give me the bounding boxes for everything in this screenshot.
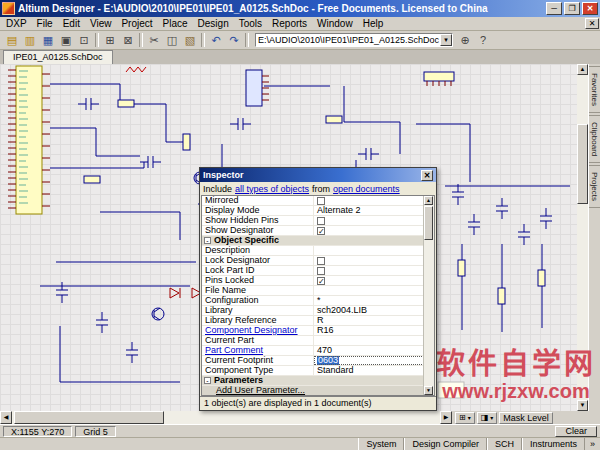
highlight-dropdown-button[interactable]: ◨▾ <box>477 412 498 424</box>
print-preview-icon[interactable]: ⊡ <box>75 32 93 48</box>
mask-level-button[interactable]: Mask Level <box>499 412 553 424</box>
inspector-row-file-name[interactable]: File Name <box>202 286 424 296</box>
inspector-scroll-thumb[interactable] <box>424 206 433 240</box>
row-value[interactable]: 470 <box>314 346 424 355</box>
panel-button-system[interactable]: System <box>358 438 404 450</box>
row-value[interactable] <box>314 266 424 275</box>
checkbox-unchecked-icon[interactable] <box>317 217 325 225</box>
inspector-close-icon[interactable]: ✕ <box>421 170 433 181</box>
side-tab-clipboard[interactable]: Clipboard <box>589 115 600 163</box>
inspector-row-configuration[interactable]: Configuration* <box>202 296 424 306</box>
menu-item-view[interactable]: View <box>85 17 117 30</box>
undo-icon[interactable]: ↶ <box>207 32 225 48</box>
inspector-row-display-mode[interactable]: Display ModeAlternate 2 <box>202 206 424 216</box>
zoom-window-icon[interactable]: ⊞ <box>101 32 119 48</box>
zoom-fit-icon[interactable]: ⊠ <box>119 32 137 48</box>
inspector-row-mirrored[interactable]: Mirrored <box>202 196 424 206</box>
vertical-scrollbar[interactable]: ▲ ▼ <box>577 64 588 411</box>
inspector-title-bar[interactable]: Inspector ✕ <box>200 168 436 182</box>
title-bar[interactable]: Altium Designer - E:\AUDIO\2010\IPE01\IP… <box>0 0 600 17</box>
menu-item-file[interactable]: File <box>32 17 58 30</box>
scroll-right-icon[interactable]: ▶ <box>440 411 452 424</box>
close-button[interactable]: ✕ <box>582 2 598 15</box>
menu-item-reports[interactable]: Reports <box>267 17 312 30</box>
row-value[interactable]: R <box>314 316 424 325</box>
menu-item-place[interactable]: Place <box>158 17 193 30</box>
inspector-row-lock-part-id[interactable]: Lock Part ID <box>202 266 424 276</box>
row-value[interactable]: * <box>314 296 424 305</box>
print-icon[interactable]: ▣ <box>57 32 75 48</box>
horizontal-scrollbar[interactable]: ◀ ▶ <box>0 411 452 424</box>
menu-item-tools[interactable]: Tools <box>234 17 267 30</box>
checkbox-unchecked-icon[interactable] <box>317 267 325 275</box>
menu-item-project[interactable]: Project <box>116 17 157 30</box>
panel-overflow-icon[interactable]: » <box>585 439 600 449</box>
inspector-row-lock-designator[interactable]: Lock Designator <box>202 256 424 266</box>
inspector-row-description[interactable]: Description <box>202 246 424 256</box>
menu-item-dxp[interactable]: DXP <box>1 17 32 30</box>
cross-probe-icon[interactable]: ⊕ <box>456 32 474 48</box>
open-project-icon[interactable]: ▤ <box>3 32 21 48</box>
row-value[interactable]: Standard <box>314 366 424 375</box>
inspector-row-show-hidden-pins[interactable]: Show Hidden Pins <box>202 216 424 226</box>
inspector-row-add-user-parameter[interactable]: Add User Parameter... <box>202 386 424 396</box>
row-value[interactable] <box>314 286 424 295</box>
include-object-types-link[interactable]: all types of objects <box>235 184 309 194</box>
open-document-icon[interactable]: ▥ <box>21 32 39 48</box>
save-icon[interactable]: ▦ <box>39 32 57 48</box>
paste-icon[interactable]: ▧ <box>181 32 199 48</box>
panel-button-instruments[interactable]: Instruments <box>522 438 585 450</box>
inspector-row-current-footprint[interactable]: Current Footprint0603 <box>202 356 424 366</box>
inspector-row-current-part[interactable]: Current Part <box>202 336 424 346</box>
checkbox-unchecked-icon[interactable] <box>317 257 325 265</box>
menu-item-edit[interactable]: Edit <box>58 17 85 30</box>
scroll-up-icon[interactable]: ▲ <box>577 64 588 75</box>
help-icon[interactable]: ? <box>474 32 492 48</box>
document-close-icon[interactable]: ✕ <box>585 18 599 29</box>
checkbox-unchecked-icon[interactable] <box>317 197 325 205</box>
scroll-left-icon[interactable]: ◀ <box>0 411 12 424</box>
minimize-button[interactable]: ─ <box>546 2 562 15</box>
inspector-row-library[interactable]: Librarysch2004.LIB <box>202 306 424 316</box>
checkbox-checked-icon[interactable]: ✓ <box>317 277 325 285</box>
side-tab-projects[interactable]: Projects <box>589 165 600 208</box>
document-path-combo[interactable]: E:\AUDIO\2010\IPE01\IPE01_A0125.SchDoc ▾ <box>255 33 453 47</box>
add-parameter-link[interactable]: Add User Parameter... <box>202 386 305 395</box>
inspector-row-component-designator[interactable]: Component DesignatorR16 <box>202 326 424 336</box>
selection-memory-button[interactable]: ⊞▾ <box>455 412 475 424</box>
redo-icon[interactable]: ↷ <box>225 32 243 48</box>
menu-item-design[interactable]: Design <box>193 17 234 30</box>
vertical-scroll-thumb[interactable] <box>577 124 588 204</box>
combo-dropdown-icon[interactable]: ▾ <box>440 34 452 46</box>
row-value[interactable]: ✓ <box>314 226 424 235</box>
collapse-icon[interactable]: - <box>204 377 211 384</box>
inspector-row-library-reference[interactable]: Library ReferenceR <box>202 316 424 326</box>
row-value[interactable] <box>314 336 424 345</box>
row-value[interactable] <box>314 246 424 255</box>
panel-button-sch[interactable]: SCH <box>487 438 522 450</box>
menu-item-window[interactable]: Window <box>312 17 358 30</box>
row-value[interactable]: R16 <box>314 326 424 335</box>
row-value[interactable] <box>314 196 424 205</box>
scroll-down-icon[interactable]: ▼ <box>577 400 588 411</box>
row-value[interactable]: sch2004.LIB <box>314 306 424 315</box>
panel-button-design-compiler[interactable]: Design Compiler <box>404 438 487 450</box>
collapse-icon[interactable]: - <box>204 237 211 244</box>
menu-item-help[interactable]: Help <box>358 17 389 30</box>
horizontal-scroll-thumb[interactable] <box>14 411 164 424</box>
copy-icon[interactable]: ◫ <box>163 32 181 48</box>
row-value[interactable]: 0603 <box>314 356 424 365</box>
inspector-row-pins-locked[interactable]: Pins Locked✓ <box>202 276 424 286</box>
maximize-button[interactable]: ❐ <box>564 2 580 15</box>
inspector-row-part-comment[interactable]: Part Comment470 <box>202 346 424 356</box>
inspector-row-object-specific[interactable]: -Object Specific <box>202 236 424 246</box>
row-value[interactable] <box>314 216 424 225</box>
inspector-scroll-down-icon[interactable]: ▼ <box>424 386 433 395</box>
row-value[interactable]: ✓ <box>314 276 424 285</box>
checkbox-checked-icon[interactable]: ✓ <box>317 227 325 235</box>
include-documents-link[interactable]: open documents <box>333 184 400 194</box>
inspector-scroll-up-icon[interactable]: ▲ <box>424 196 433 205</box>
tab-ipe01-a0125-schdoc[interactable]: IPE01_A0125.SchDoc <box>3 50 113 64</box>
inspector-scrollbar[interactable]: ▲ ▼ <box>423 196 434 395</box>
row-value[interactable]: Alternate 2 <box>314 206 424 215</box>
